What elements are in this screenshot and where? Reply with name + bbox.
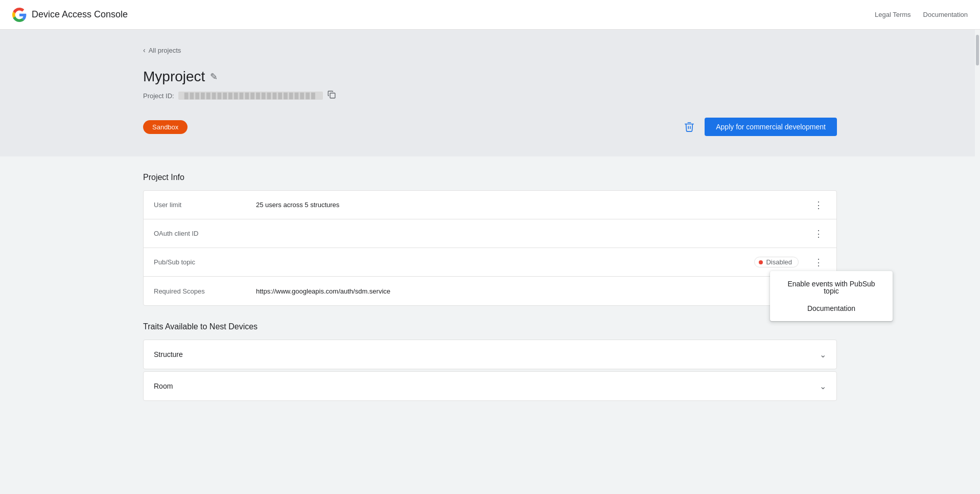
pubsub-topic-row: Pub/Sub topic Disabled ⋮ Enable events w… xyxy=(144,248,836,277)
apply-commercial-button[interactable]: Apply for commercial development xyxy=(705,118,837,136)
structure-collapsible: Structure ⌄ xyxy=(143,340,837,369)
required-scopes-value: https://www.googleapis.com/auth/sdm.serv… xyxy=(256,287,826,295)
right-actions: Apply for commercial development xyxy=(680,118,837,136)
room-chevron-icon: ⌄ xyxy=(820,381,826,391)
pubsub-dropdown-menu: Enable events with PubSub topic Document… xyxy=(770,271,893,321)
status-dot-icon xyxy=(759,260,763,264)
user-limit-row: User limit 25 users across 5 structures … xyxy=(144,191,836,219)
scrollbar-thumb[interactable] xyxy=(976,35,979,65)
room-collapsible: Room ⌄ xyxy=(143,371,837,401)
structure-header[interactable]: Structure ⌄ xyxy=(144,340,836,369)
svg-rect-0 xyxy=(330,93,335,98)
pubsub-topic-menu-button[interactable]: ⋮ Enable events with PubSub topic Docume… xyxy=(811,256,826,269)
pubsub-status-badge: Disabled xyxy=(754,257,799,267)
main-content: Project Info User limit 25 users across … xyxy=(0,156,980,419)
pubsub-status-text: Disabled xyxy=(766,258,792,266)
project-name: Myproject xyxy=(143,69,205,85)
legal-terms-link[interactable]: Legal Terms xyxy=(875,11,911,18)
breadcrumb-arrow-icon: ‹ xyxy=(143,46,146,54)
project-id-row: Project ID: ████████████████████████ xyxy=(143,90,837,101)
header-left: Device Access Console xyxy=(12,8,128,22)
project-hero: ‹ All projects Myproject ✎ Project ID: █… xyxy=(0,30,980,156)
traits-title: Traits Available to Nest Devices xyxy=(143,322,837,331)
project-id-value: ████████████████████████ xyxy=(178,92,323,100)
project-info-title: Project Info xyxy=(143,173,837,182)
oauth-client-id-row: OAuth client ID ⋮ xyxy=(144,219,836,248)
room-label: Room xyxy=(154,382,173,390)
project-info-table: User limit 25 users across 5 structures … xyxy=(143,190,837,306)
header: Device Access Console Legal Terms Docume… xyxy=(0,0,980,30)
documentation-link[interactable]: Documentation xyxy=(923,11,968,18)
project-name-row: Myproject ✎ xyxy=(143,69,837,85)
structure-chevron-icon: ⌄ xyxy=(820,350,826,360)
copy-icon[interactable] xyxy=(327,90,336,101)
oauth-client-id-menu-button[interactable]: ⋮ xyxy=(811,227,826,240)
project-actions-row: Sandbox Apply for commercial development xyxy=(143,118,837,136)
pubsub-topic-label: Pub/Sub topic xyxy=(154,258,256,266)
documentation-menu-item[interactable]: Documentation xyxy=(770,300,893,317)
breadcrumb[interactable]: ‹ All projects xyxy=(143,46,837,54)
delete-button[interactable] xyxy=(680,118,698,136)
user-limit-menu-button[interactable]: ⋮ xyxy=(811,198,826,212)
breadcrumb-label: All projects xyxy=(149,47,181,54)
required-scopes-label: Required Scopes xyxy=(154,287,256,295)
user-limit-value: 25 users across 5 structures xyxy=(256,201,807,209)
project-id-label: Project ID: xyxy=(143,92,174,100)
traits-section: Traits Available to Nest Devices Structu… xyxy=(143,322,837,401)
enable-events-menu-item[interactable]: Enable events with PubSub topic xyxy=(770,275,893,300)
app-title: Device Access Console xyxy=(32,9,128,20)
sandbox-badge[interactable]: Sandbox xyxy=(143,120,188,134)
header-right: Legal Terms Documentation xyxy=(875,11,968,18)
edit-icon[interactable]: ✎ xyxy=(210,71,218,82)
room-header[interactable]: Room ⌄ xyxy=(144,372,836,400)
user-limit-label: User limit xyxy=(154,201,256,209)
pubsub-status: Disabled xyxy=(754,257,799,267)
required-scopes-row: Required Scopes https://www.googleapis.c… xyxy=(144,277,836,305)
oauth-client-id-label: OAuth client ID xyxy=(154,230,256,237)
google-logo-icon xyxy=(12,8,27,22)
scrollbar-track[interactable] xyxy=(975,30,980,494)
structure-label: Structure xyxy=(154,350,183,358)
